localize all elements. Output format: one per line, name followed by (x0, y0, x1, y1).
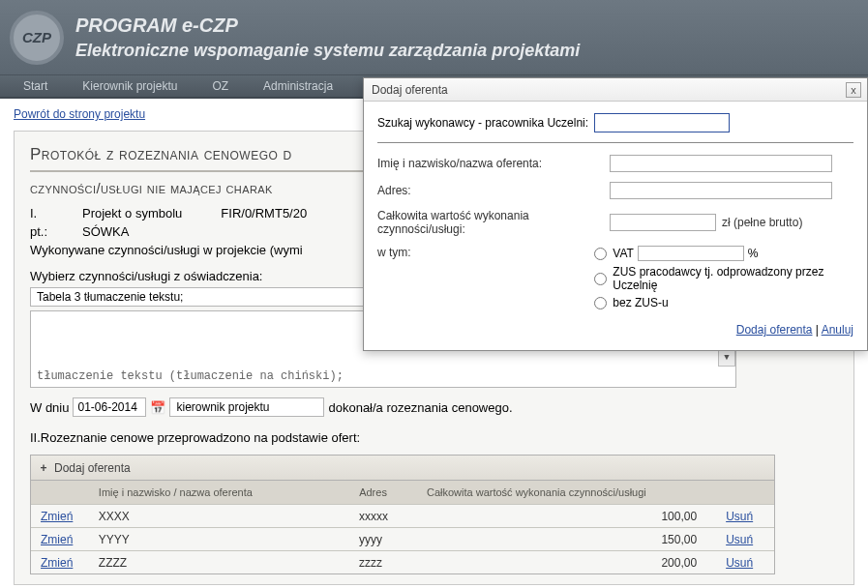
chevron-down-icon[interactable]: ▼ (718, 349, 735, 367)
col-name-header: Imię i nazwisko / nazwa oferenta (99, 486, 359, 498)
add-offerer-modal: Dodaj oferenta x Szukaj wykonawcy - prac… (363, 77, 868, 351)
bez-zus-radio[interactable] (594, 297, 607, 309)
logo-text: CZP (22, 29, 51, 45)
pt-label: pt.: (30, 224, 82, 239)
row-value: 150,00 (427, 533, 726, 546)
modal-title-text: Dodaj oferenta (372, 83, 448, 97)
modal-titlebar: Dodaj oferenta x (364, 78, 867, 102)
delete-link[interactable]: Usuń (726, 510, 753, 523)
row-addr: xxxxx (359, 510, 427, 523)
app-header: CZP PROGRAM e-CZP Elektroniczne wspomaga… (0, 0, 868, 75)
row-addr: zzzz (359, 556, 427, 570)
table-row: Zmień ZZZZ zzzz 200,00 Usuń (31, 550, 774, 573)
section-ii-label: II. (30, 430, 41, 445)
row-value: 200,00 (427, 556, 726, 570)
w-dniu-label: W dniu (30, 400, 69, 415)
total-label: Całkowita wartość wykonania czynności/us… (377, 209, 610, 236)
grid-add-label: Dodaj oferenta (54, 461, 131, 475)
edit-link[interactable]: Zmień (41, 533, 73, 546)
name-input[interactable] (610, 155, 832, 172)
czynnosci-textarea-value: tłumaczenie tekstu (tłumaczenie na chińs… (37, 369, 344, 383)
row-addr: yyyy (359, 533, 427, 546)
who-value: kierownik projektu (176, 400, 269, 414)
row-name: ZZZZ (99, 556, 359, 570)
total-suffix: zł (pełne brutto) (722, 216, 802, 229)
wtym-label: w tym: (377, 246, 594, 259)
app-title: PROGRAM e-CZP (75, 15, 580, 37)
search-input[interactable] (594, 113, 730, 132)
addr-input[interactable] (610, 182, 832, 199)
section-ii-text: Rozeznanie cenowe przeprowadzono na pods… (41, 430, 360, 445)
delete-link[interactable]: Usuń (726, 533, 753, 546)
name-label: Imię i nazwisko/nazwa oferenta: (377, 157, 610, 170)
cancel-link[interactable]: Anuluj (822, 323, 853, 337)
edit-link[interactable]: Zmień (41, 556, 73, 570)
vat-input[interactable] (638, 246, 744, 261)
nav-administracja[interactable]: Administracja (246, 79, 350, 93)
row-name: YYYY (99, 533, 359, 546)
table-row: Zmień XXXX xxxxx 100,00 Usuń (31, 504, 774, 527)
grid-add-button[interactable]: + Dodaj oferenta (31, 456, 774, 481)
offers-grid: + Dodaj oferenta Imię i nazwisko / nazwa… (30, 455, 775, 574)
close-icon[interactable]: x (846, 82, 861, 98)
project-symbol-label: Projekt o symbolu (82, 206, 182, 220)
plus-icon: + (37, 461, 50, 475)
who-input[interactable]: kierownik projektu (169, 397, 324, 417)
czynnosci-select-value: Tabela 3 tłumaczenie tekstu; (37, 290, 183, 304)
date-value: 01-06-2014 (77, 400, 136, 414)
back-link[interactable]: Powrót do strony projektu (14, 107, 145, 121)
delete-link[interactable]: Usuń (726, 556, 753, 570)
pt-value: SÓWKA (82, 224, 129, 239)
row-name: XXXX (99, 510, 359, 523)
nav-start[interactable]: Start (15, 79, 65, 93)
logo: CZP (10, 11, 64, 65)
nav-kierownik[interactable]: Kierownik projektu (65, 79, 195, 93)
zus-label: ZUS pracodawcy tj. odprowadzony przez Uc… (613, 265, 853, 292)
date-input[interactable]: 01-06-2014 (73, 397, 146, 417)
bez-zus-label: bez ZUS-u (613, 296, 668, 309)
col-addr-header: Adres (359, 486, 427, 498)
row-value: 100,00 (427, 510, 726, 523)
grid-header: Imię i nazwisko / nazwa oferenta Adres C… (31, 481, 774, 504)
nav-oz[interactable]: OZ (195, 79, 246, 93)
vat-radio[interactable] (594, 248, 607, 260)
vat-label: VAT (613, 247, 634, 260)
edit-link[interactable]: Zmień (41, 510, 73, 523)
addr-label: Adres: (377, 184, 610, 197)
total-input[interactable] (610, 214, 716, 231)
table-row: Zmień YYYY yyyy 150,00 Usuń (31, 527, 774, 550)
project-symbol-value: FIR/0/RMT5/20 (221, 206, 307, 220)
section-i-label: I. (30, 206, 82, 220)
submit-link[interactable]: Dodaj oferenta (736, 323, 813, 337)
dokonala-label: dokonał/a rozeznania cenowego. (328, 400, 512, 415)
app-subtitle: Elektroniczne wspomaganie systemu zarząd… (75, 41, 580, 61)
col-value-header: Całkowita wartość wykonania czynności/us… (427, 486, 726, 498)
search-label: Szukaj wykonawcy - pracownika Uczelni: (377, 116, 588, 130)
vat-suffix: % (748, 247, 759, 260)
zus-radio[interactable] (594, 273, 607, 285)
calendar-icon[interactable]: 📅 (150, 400, 165, 415)
